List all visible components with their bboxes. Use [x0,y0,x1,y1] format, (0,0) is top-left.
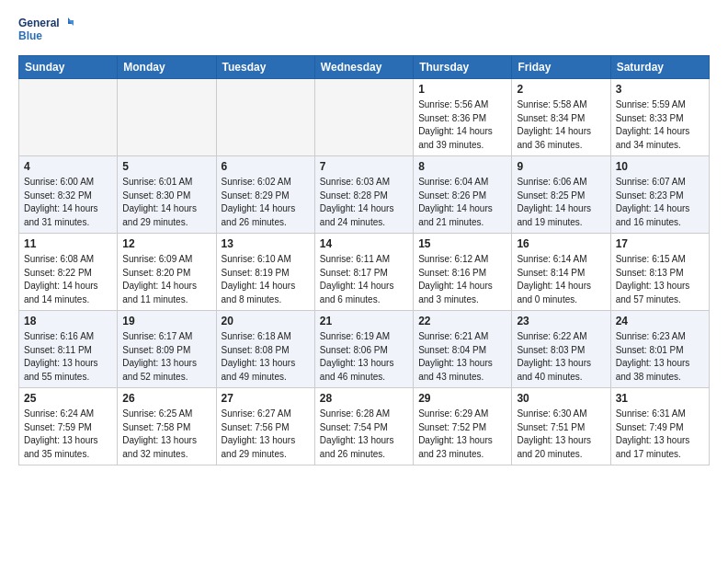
day-cell-26: 26Sunrise: 6:25 AMSunset: 7:58 PMDayligh… [118,388,216,465]
day-number: 28 [320,392,408,405]
day-cell-19: 19Sunrise: 6:17 AMSunset: 8:09 PMDayligh… [118,311,216,388]
day-number: 27 [222,392,310,405]
day-info: Sunrise: 6:00 AMSunset: 8:32 PMDaylight:… [24,176,112,229]
day-cell-28: 28Sunrise: 6:28 AMSunset: 7:54 PMDayligh… [314,388,413,465]
day-number: 7 [320,160,408,173]
day-info: Sunrise: 6:25 AMSunset: 7:58 PMDaylight:… [122,408,210,461]
day-info: Sunrise: 6:15 AMSunset: 8:13 PMDaylight:… [616,253,704,306]
day-cell-1: 1Sunrise: 5:56 AMSunset: 8:36 PMDaylight… [414,79,512,156]
day-cell-12: 12Sunrise: 6:09 AMSunset: 8:20 PMDayligh… [118,234,216,311]
day-cell-2: 2Sunrise: 5:58 AMSunset: 8:34 PMDaylight… [512,79,610,156]
day-info: Sunrise: 6:31 AMSunset: 7:49 PMDaylight:… [616,408,704,461]
day-number: 18 [24,315,112,327]
day-cell-25: 25Sunrise: 6:24 AMSunset: 7:59 PMDayligh… [19,388,118,465]
day-number: 3 [616,83,704,96]
day-info: Sunrise: 5:56 AMSunset: 8:36 PMDaylight:… [418,98,506,152]
weekday-header-wednesday: Wednesday [314,56,413,79]
day-info: Sunrise: 6:28 AMSunset: 7:54 PMDaylight:… [320,408,408,461]
day-cell-20: 20Sunrise: 6:18 AMSunset: 8:08 PMDayligh… [216,311,314,388]
day-cell-30: 30Sunrise: 6:30 AMSunset: 7:51 PMDayligh… [512,388,610,465]
page: General Blue SundayMondayTuesdayWednesda… [0,0,728,480]
week-row-1: 1Sunrise: 5:56 AMSunset: 8:36 PMDaylight… [19,79,710,156]
day-info: Sunrise: 6:16 AMSunset: 8:11 PMDaylight:… [24,330,112,384]
day-cell-4: 4Sunrise: 6:00 AMSunset: 8:32 PMDaylight… [19,156,118,234]
day-number: 23 [517,315,605,327]
day-cell-14: 14Sunrise: 6:11 AMSunset: 8:17 PMDayligh… [314,234,413,311]
day-info: Sunrise: 6:11 AMSunset: 8:17 PMDaylight:… [320,253,408,306]
day-number: 31 [616,392,704,405]
weekday-header-tuesday: Tuesday [216,56,314,79]
empty-cell [19,79,118,156]
day-number: 17 [616,237,704,250]
day-cell-29: 29Sunrise: 6:29 AMSunset: 7:52 PMDayligh… [414,388,512,465]
day-number: 5 [122,160,210,173]
day-cell-5: 5Sunrise: 6:01 AMSunset: 8:30 PMDaylight… [118,156,216,234]
svg-text:General: General [18,17,60,29]
day-number: 20 [222,315,310,327]
logo-svg: General Blue [18,15,74,44]
day-info: Sunrise: 6:12 AMSunset: 8:16 PMDaylight:… [418,253,506,306]
day-info: Sunrise: 6:23 AMSunset: 8:01 PMDaylight:… [616,330,704,384]
day-info: Sunrise: 6:09 AMSunset: 8:20 PMDaylight:… [122,253,210,306]
day-info: Sunrise: 6:08 AMSunset: 8:22 PMDaylight:… [24,253,112,306]
day-info: Sunrise: 6:07 AMSunset: 8:23 PMDaylight:… [616,176,704,229]
day-number: 22 [418,315,506,327]
weekday-header-saturday: Saturday [610,56,709,79]
week-row-4: 18Sunrise: 6:16 AMSunset: 8:11 PMDayligh… [19,311,710,388]
day-number: 16 [517,237,605,250]
day-cell-24: 24Sunrise: 6:23 AMSunset: 8:01 PMDayligh… [610,311,709,388]
day-cell-23: 23Sunrise: 6:22 AMSunset: 8:03 PMDayligh… [512,311,610,388]
empty-cell [118,79,216,156]
day-cell-10: 10Sunrise: 6:07 AMSunset: 8:23 PMDayligh… [610,156,709,234]
day-cell-17: 17Sunrise: 6:15 AMSunset: 8:13 PMDayligh… [610,234,709,311]
svg-text:Blue: Blue [18,29,42,42]
header: General Blue [18,15,710,48]
day-info: Sunrise: 6:02 AMSunset: 8:29 PMDaylight:… [222,176,310,229]
weekday-header-friday: Friday [512,56,610,79]
day-number: 26 [122,392,210,405]
day-info: Sunrise: 6:06 AMSunset: 8:25 PMDaylight:… [517,176,605,229]
day-info: Sunrise: 6:30 AMSunset: 7:51 PMDaylight:… [517,408,605,461]
day-number: 9 [517,160,605,173]
empty-cell [314,79,413,156]
day-info: Sunrise: 6:17 AMSunset: 8:09 PMDaylight:… [122,330,210,384]
week-row-3: 11Sunrise: 6:08 AMSunset: 8:22 PMDayligh… [19,234,710,311]
day-number: 13 [222,237,310,250]
day-info: Sunrise: 6:21 AMSunset: 8:04 PMDaylight:… [418,330,506,384]
day-number: 24 [616,315,704,327]
day-cell-22: 22Sunrise: 6:21 AMSunset: 8:04 PMDayligh… [414,311,512,388]
day-number: 8 [418,160,506,173]
day-cell-9: 9Sunrise: 6:06 AMSunset: 8:25 PMDaylight… [512,156,610,234]
weekday-header-thursday: Thursday [414,56,512,79]
day-number: 30 [517,392,605,405]
empty-cell [216,79,314,156]
day-info: Sunrise: 6:14 AMSunset: 8:14 PMDaylight:… [517,253,605,306]
day-cell-13: 13Sunrise: 6:10 AMSunset: 8:19 PMDayligh… [216,234,314,311]
day-cell-11: 11Sunrise: 6:08 AMSunset: 8:22 PMDayligh… [19,234,118,311]
day-cell-31: 31Sunrise: 6:31 AMSunset: 7:49 PMDayligh… [610,388,709,465]
day-info: Sunrise: 6:22 AMSunset: 8:03 PMDaylight:… [517,330,605,384]
day-number: 15 [418,237,506,250]
day-info: Sunrise: 6:18 AMSunset: 8:08 PMDaylight:… [222,330,310,384]
day-cell-18: 18Sunrise: 6:16 AMSunset: 8:11 PMDayligh… [19,311,118,388]
day-number: 4 [24,160,112,173]
day-info: Sunrise: 6:24 AMSunset: 7:59 PMDaylight:… [24,408,112,461]
day-info: Sunrise: 5:58 AMSunset: 8:34 PMDaylight:… [517,98,605,152]
logo-text: General Blue [18,15,74,48]
day-number: 19 [122,315,210,327]
day-cell-16: 16Sunrise: 6:14 AMSunset: 8:14 PMDayligh… [512,234,610,311]
day-cell-7: 7Sunrise: 6:03 AMSunset: 8:28 PMDaylight… [314,156,413,234]
day-info: Sunrise: 6:19 AMSunset: 8:06 PMDaylight:… [320,330,408,384]
day-number: 14 [320,237,408,250]
week-row-2: 4Sunrise: 6:00 AMSunset: 8:32 PMDaylight… [19,156,710,234]
day-cell-21: 21Sunrise: 6:19 AMSunset: 8:06 PMDayligh… [314,311,413,388]
logo: General Blue [18,15,74,48]
calendar: SundayMondayTuesdayWednesdayThursdayFrid… [18,55,710,465]
day-cell-15: 15Sunrise: 6:12 AMSunset: 8:16 PMDayligh… [414,234,512,311]
day-info: Sunrise: 6:01 AMSunset: 8:30 PMDaylight:… [122,176,210,229]
day-number: 2 [517,83,605,96]
day-cell-8: 8Sunrise: 6:04 AMSunset: 8:26 PMDaylight… [414,156,512,234]
day-info: Sunrise: 6:27 AMSunset: 7:56 PMDaylight:… [222,408,310,461]
day-cell-3: 3Sunrise: 5:59 AMSunset: 8:33 PMDaylight… [610,79,709,156]
day-number: 11 [24,237,112,250]
